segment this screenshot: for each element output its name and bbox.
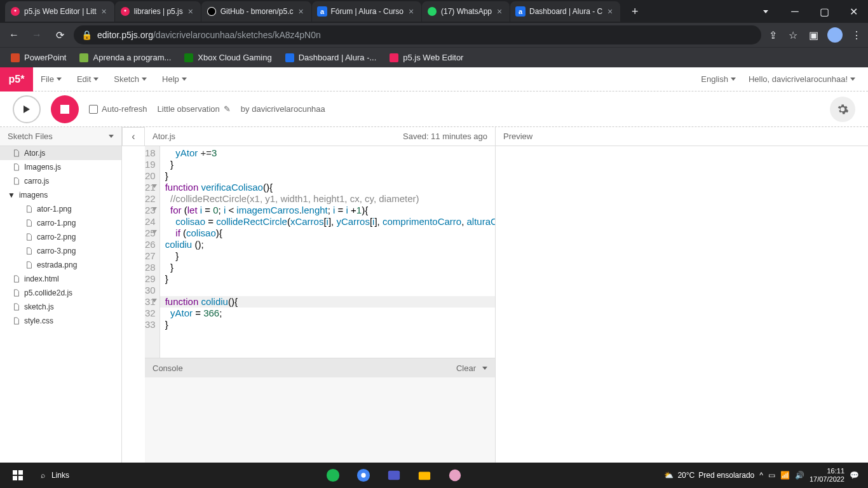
- tab-title: p5.js Web Editor | Litt: [24, 7, 97, 16]
- chevron-down-icon: [850, 78, 855, 81]
- file-item[interactable]: carro-2.png: [0, 230, 121, 244]
- tray-sound-icon[interactable]: 🔊: [795, 471, 804, 480]
- bookmark-item[interactable]: Aprenda a program...: [74, 49, 176, 67]
- menu-icon[interactable]: ⋮: [850, 29, 863, 41]
- tab-close-icon[interactable]: ×: [605, 6, 615, 17]
- taskbar-app-chrome[interactable]: [349, 463, 378, 488]
- window-minimize-button[interactable]: ─: [780, 0, 810, 23]
- sketch-title[interactable]: Little observation ✎: [158, 104, 231, 114]
- taskbar-app-explorer[interactable]: [410, 463, 439, 488]
- menu-edit[interactable]: Edit: [69, 67, 106, 92]
- extensions-icon[interactable]: ▣: [807, 29, 820, 41]
- bookmark-item[interactable]: Xbox Cloud Gaming: [179, 49, 276, 67]
- chevron-down-icon: [182, 78, 187, 81]
- new-tab-button[interactable]: +: [626, 3, 644, 20]
- preview-canvas: [496, 146, 868, 463]
- tab-favicon: *: [120, 6, 130, 17]
- window-maximize-button[interactable]: ▢: [810, 0, 839, 23]
- tab-close-icon[interactable]: ×: [186, 6, 196, 17]
- file-item[interactable]: sketch.js: [0, 300, 121, 314]
- bookmark-item[interactable]: PowerPoint: [5, 49, 71, 67]
- tray-chevron-icon[interactable]: ^: [759, 471, 763, 480]
- browser-tab[interactable]: GitHub - bmoren/p5.c×: [201, 1, 311, 22]
- sidebar-collapse-button[interactable]: ‹: [122, 127, 145, 146]
- address-bar[interactable]: 🔒 editor.p5js.org/davicrivelarocunhaa/sk…: [74, 25, 761, 44]
- bookmark-item[interactable]: Dashboard | Alura -...: [280, 49, 382, 67]
- language-selector[interactable]: English: [701, 74, 736, 84]
- browser-tab[interactable]: *p5.js Web Editor | Litt×: [5, 1, 114, 22]
- bookmark-favicon: [79, 53, 89, 63]
- line-gutter: 18192021222324252627282930313233: [145, 146, 160, 358]
- chevron-down-icon[interactable]: [482, 367, 487, 370]
- file-item[interactable]: style.css: [0, 314, 121, 328]
- star-icon[interactable]: ☆: [787, 29, 799, 41]
- menu-help[interactable]: Help: [154, 67, 194, 92]
- file-item[interactable]: carro-3.png: [0, 244, 121, 258]
- sidebar-header: Sketch Files: [0, 127, 121, 146]
- tray-notifications-icon[interactable]: 💬: [850, 471, 859, 480]
- pencil-icon: ✎: [224, 104, 231, 114]
- tray-wifi-icon[interactable]: 📶: [780, 471, 790, 480]
- tab-close-icon[interactable]: ×: [406, 6, 416, 17]
- taskbar-clock[interactable]: 16:11 17/07/2022: [810, 467, 844, 484]
- play-button[interactable]: [13, 95, 41, 123]
- url-host: editor.p5js.org: [97, 30, 153, 40]
- browser-tab[interactable]: *libraries | p5.js×: [115, 1, 201, 22]
- reload-button[interactable]: ⟳: [51, 26, 69, 44]
- profile-avatar[interactable]: [827, 27, 843, 43]
- auto-refresh-toggle[interactable]: Auto-refresh: [89, 104, 147, 114]
- file-item[interactable]: Imagens.js: [0, 160, 121, 174]
- tab-favicon: a: [317, 6, 327, 17]
- menu-sketch[interactable]: Sketch: [106, 67, 154, 92]
- file-item[interactable]: ator-1.png: [0, 202, 121, 216]
- code-editor[interactable]: yAtor +=3 }}function verificaColisao(){ …: [160, 146, 495, 358]
- svg-point-5: [208, 8, 215, 15]
- svg-rect-23: [388, 471, 400, 480]
- window-close-button[interactable]: ✕: [839, 0, 868, 23]
- svg-rect-19: [18, 476, 23, 480]
- stop-button[interactable]: [51, 95, 79, 123]
- tab-favicon: *: [10, 6, 20, 17]
- tab-close-icon[interactable]: ×: [99, 6, 109, 17]
- browser-tab[interactable]: aFórum | Alura - Curso×: [312, 1, 421, 22]
- browser-tab[interactable]: (17) WhatsApp×: [422, 1, 510, 22]
- browser-tab[interactable]: aDashboard | Alura - C×: [510, 1, 620, 22]
- taskbar-app-spotify[interactable]: [318, 463, 348, 488]
- file-item[interactable]: carro.js: [0, 174, 121, 188]
- taskbar-app-teams[interactable]: [379, 463, 409, 488]
- file-item[interactable]: index.html: [0, 272, 121, 286]
- file-item[interactable]: carro-1.png: [0, 216, 121, 230]
- folder-item[interactable]: ▼ imagens: [0, 188, 121, 202]
- tab-close-icon[interactable]: ×: [494, 6, 505, 17]
- p5-logo[interactable]: p5*: [0, 67, 33, 92]
- file-item[interactable]: Ator.js: [0, 146, 121, 160]
- settings-button[interactable]: [830, 97, 855, 122]
- sketch-author: by davicrivelarocunhaa: [241, 104, 325, 114]
- console-output: [145, 377, 495, 463]
- menu-file[interactable]: File: [33, 67, 69, 92]
- taskbar-app-paint[interactable]: [440, 463, 470, 488]
- svg-point-20: [327, 469, 339, 482]
- tab-favicon: [207, 6, 217, 17]
- file-item[interactable]: estrada.png: [0, 258, 121, 272]
- window-dropdown-icon[interactable]: [751, 0, 780, 23]
- share-icon[interactable]: ⇪: [766, 29, 779, 41]
- user-greeting[interactable]: Hello, davicrivelarocunhaa!: [749, 74, 855, 84]
- folder-arrow-icon: ▼: [8, 191, 15, 200]
- start-button[interactable]: [3, 463, 33, 488]
- svg-rect-13: [184, 53, 193, 62]
- taskbar-weather[interactable]: ⛅ 20°C Pred ensolarado: [664, 471, 754, 480]
- bookmark-favicon: [10, 53, 20, 63]
- console-clear-button[interactable]: Clear: [456, 363, 476, 373]
- back-button[interactable]: ←: [5, 26, 23, 44]
- tray-battery-icon[interactable]: ▭: [768, 471, 775, 480]
- bookmark-item[interactable]: p5.js Web Editor: [384, 49, 468, 67]
- chevron-down-icon[interactable]: [109, 135, 114, 138]
- forward-button[interactable]: →: [28, 26, 46, 44]
- preview-label: Preview: [503, 132, 532, 141]
- tab-close-icon[interactable]: ×: [296, 6, 306, 17]
- svg-text:a: a: [519, 8, 523, 15]
- file-item[interactable]: p5.collide2d.js: [0, 286, 121, 300]
- taskbar-search[interactable]: ⌕ Links: [33, 471, 77, 480]
- svg-point-25: [449, 470, 461, 481]
